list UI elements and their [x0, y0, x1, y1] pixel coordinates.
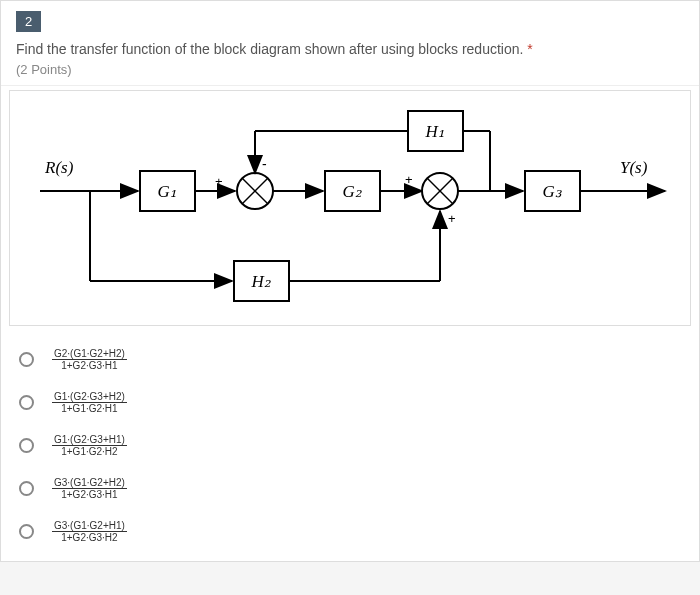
option-numerator: G2·(G1·G2+H2) — [52, 348, 127, 360]
radio-icon[interactable] — [19, 395, 34, 410]
block-h2: H₂ — [250, 272, 271, 291]
question-text: Find the transfer function of the block … — [16, 40, 684, 60]
question-prompt: Find the transfer function of the block … — [16, 41, 523, 57]
input-label: R(s) — [44, 158, 74, 177]
block-g2: G₂ — [342, 182, 362, 201]
block-h1: H₁ — [424, 122, 444, 141]
output-label: Y(s) — [620, 158, 648, 177]
block-diagram-svg: R(s) G₁ + - H₁ — [10, 91, 690, 321]
option-numerator: G1·(G2·G3+H2) — [52, 391, 127, 403]
option-numerator: G3·(G1·G2+H1) — [52, 520, 127, 532]
block-g1: G₁ — [157, 182, 176, 201]
sum2-plus-bot: + — [448, 211, 456, 226]
radio-icon[interactable] — [19, 524, 34, 539]
option-4[interactable]: G3·(G1·G2+H1) 1+G2·G3·H2 — [1, 510, 699, 553]
option-2[interactable]: G1·(G2·G3+H1) 1+G1·G2·H2 — [1, 424, 699, 467]
option-denominator: 1+G1·G2·H2 — [52, 446, 127, 457]
question-points: (2 Points) — [16, 62, 684, 77]
question-number: 2 — [16, 11, 41, 32]
options-list: G2·(G1·G2+H2) 1+G2·G3·H1 G1·(G2·G3+H2) 1… — [1, 330, 699, 561]
option-fraction: G2·(G1·G2+H2) 1+G2·G3·H1 — [52, 348, 127, 371]
radio-icon[interactable] — [19, 438, 34, 453]
sum1-plus: + — [215, 174, 223, 189]
option-denominator: 1+G2·G3·H1 — [52, 489, 127, 500]
radio-icon[interactable] — [19, 481, 34, 496]
sum2-plus-top: + — [405, 172, 413, 187]
option-fraction: G1·(G2·G3+H2) 1+G1·G2·H1 — [52, 391, 127, 414]
radio-icon[interactable] — [19, 352, 34, 367]
option-fraction: G1·(G2·G3+H1) 1+G1·G2·H2 — [52, 434, 127, 457]
sum1-minus: - — [262, 156, 267, 172]
option-numerator: G3·(G1·G2+H2) — [52, 477, 127, 489]
option-numerator: G1·(G2·G3+H1) — [52, 434, 127, 446]
option-3[interactable]: G3·(G1·G2+H2) 1+G2·G3·H1 — [1, 467, 699, 510]
option-denominator: 1+G2·G3·H2 — [52, 532, 127, 543]
option-1[interactable]: G1·(G2·G3+H2) 1+G1·G2·H1 — [1, 381, 699, 424]
question-header: 2 Find the transfer function of the bloc… — [1, 1, 699, 86]
block-g3: G₃ — [542, 182, 562, 201]
option-denominator: 1+G2·G3·H1 — [52, 360, 127, 371]
option-0[interactable]: G2·(G1·G2+H2) 1+G2·G3·H1 — [1, 338, 699, 381]
question-card: 2 Find the transfer function of the bloc… — [0, 0, 700, 562]
option-fraction: G3·(G1·G2+H1) 1+G2·G3·H2 — [52, 520, 127, 543]
option-fraction: G3·(G1·G2+H2) 1+G2·G3·H1 — [52, 477, 127, 500]
option-denominator: 1+G1·G2·H1 — [52, 403, 127, 414]
block-diagram: R(s) G₁ + - H₁ — [9, 90, 691, 326]
required-mark: * — [527, 41, 532, 57]
